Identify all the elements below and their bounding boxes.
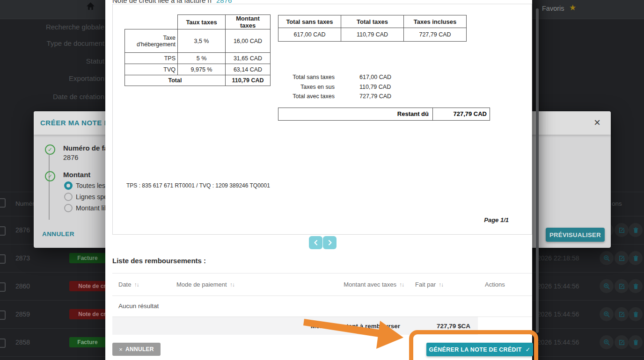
balance-due-value: 727,79 CAD bbox=[433, 108, 490, 120]
created-timestamp: 2026 15:44:56 bbox=[537, 282, 579, 290]
summary-label: Taxes en sus bbox=[278, 84, 335, 90]
delete-icon[interactable] bbox=[629, 251, 643, 265]
page-indicator: Page 1/1 bbox=[484, 216, 509, 223]
tax-rate: 5 % bbox=[178, 53, 226, 64]
radio-label[interactable]: Montant lib bbox=[76, 204, 108, 212]
radio-lignes-specifiques[interactable] bbox=[64, 193, 73, 201]
next-page-button[interactable] bbox=[323, 236, 337, 249]
total-value: 617,00 CAD bbox=[278, 28, 341, 42]
row-checkbox[interactable] bbox=[0, 226, 6, 236]
tax-registration-numbers: TPS : 835 617 671 RT0001 / TVQ : 1209 38… bbox=[126, 182, 270, 189]
column-header-montant-avec-taxes[interactable]: Montant avec taxes↑↓ bbox=[338, 281, 404, 288]
tax-total-label: Total bbox=[125, 75, 226, 86]
totals-table: Total sans taxes Total taxes Taxes inclu… bbox=[278, 15, 467, 42]
document-number: 2873 bbox=[15, 254, 30, 262]
tax-label: Taxe d'hébergement bbox=[125, 29, 178, 53]
check-icon: ✓ bbox=[526, 346, 531, 353]
generer-note-credit-button[interactable]: GÉNÉRER LA NOTE DE CRÉDIT ✓ bbox=[426, 343, 533, 356]
column-header-mode-de-paiement[interactable]: Mode de paiement↑↓ bbox=[176, 281, 338, 288]
sort-icon[interactable]: ↑↓ bbox=[230, 281, 234, 288]
sort-icon[interactable]: ↑↓ bbox=[399, 281, 404, 288]
remaining-amount-label: Montant restant à rembourser bbox=[311, 323, 400, 330]
filter-exportation: Exportation bbox=[0, 74, 104, 82]
total-value: 110,79 CAD bbox=[341, 28, 404, 42]
balance-due-label: Restant dû bbox=[278, 108, 433, 120]
row-checkbox[interactable] bbox=[0, 282, 6, 292]
document-number: 2876 bbox=[15, 226, 30, 234]
row-checkbox[interactable] bbox=[0, 338, 6, 348]
favoris-label[interactable]: Favoris bbox=[542, 5, 564, 12]
refunds-heading: Liste des remboursements : bbox=[112, 257, 206, 265]
tax-rate: 3,5 % bbox=[178, 29, 226, 53]
remaining-amount-value: 727,79 $CA bbox=[437, 323, 470, 330]
filter-recherche-globale: Recherche globale bbox=[0, 23, 104, 31]
step2-label: Montant bbox=[63, 171, 90, 179]
chevron-left-icon bbox=[314, 240, 318, 245]
delete-icon[interactable] bbox=[629, 279, 643, 293]
document-number: 2859 bbox=[15, 310, 30, 318]
previous-page-button[interactable] bbox=[309, 236, 322, 249]
radio-montant-libre[interactable] bbox=[64, 204, 73, 212]
total-header: Taxes incluses bbox=[404, 15, 467, 28]
close-icon: × bbox=[119, 346, 123, 353]
radio-label[interactable]: Lignes spé bbox=[76, 193, 108, 201]
step1-label: Numéro de fac bbox=[63, 144, 112, 152]
edit-icon[interactable] bbox=[615, 335, 629, 349]
refunds-footer-row: Montant restant à rembourser 727,79 $CA bbox=[112, 317, 478, 335]
summary-value: 617,00 CAD bbox=[359, 74, 391, 80]
annuler-button[interactable]: × ANNULER bbox=[112, 343, 161, 356]
row-checkbox[interactable] bbox=[0, 310, 6, 320]
delete-icon[interactable] bbox=[629, 335, 643, 349]
refunds-table: Date↑↓ Mode de paiement↑↓ Montant avec t… bbox=[112, 273, 532, 335]
sort-icon[interactable]: ↑↓ bbox=[134, 281, 139, 288]
delete-icon[interactable] bbox=[629, 307, 643, 321]
view-icon[interactable] bbox=[600, 307, 614, 321]
tax-amount: 16,00 CAD bbox=[226, 29, 271, 53]
column-header-actions: ons bbox=[612, 200, 622, 207]
totals-summary: Total sans taxes617,00 CAD Taxes en sus1… bbox=[278, 72, 475, 101]
step1-value: 2876 bbox=[63, 154, 78, 161]
filter-date-de-creation: Date de création bbox=[0, 93, 104, 101]
column-header-date[interactable]: Date↑↓ bbox=[112, 281, 176, 288]
filter-type-de-document: Type de document bbox=[0, 39, 104, 47]
document-number: 2858 bbox=[15, 338, 30, 346]
edit-icon[interactable] bbox=[615, 251, 629, 265]
view-icon[interactable] bbox=[600, 279, 614, 293]
view-icon[interactable] bbox=[600, 251, 614, 265]
home-icon[interactable] bbox=[87, 2, 95, 10]
edit-icon[interactable] bbox=[615, 307, 629, 321]
view-icon[interactable] bbox=[600, 335, 614, 349]
radio-toutes-les-prestations[interactable] bbox=[64, 181, 73, 190]
tax-rate-header: Taux taxes bbox=[178, 15, 226, 29]
edit-icon[interactable] bbox=[615, 279, 629, 293]
tax-amount-header: Montant taxes bbox=[226, 15, 271, 29]
scrollbar-thumb[interactable] bbox=[536, 8, 539, 333]
tax-amount: 63,14 CAD bbox=[226, 64, 271, 75]
close-icon[interactable]: × bbox=[594, 116, 600, 129]
edit-icon[interactable] bbox=[615, 223, 629, 237]
cancel-link[interactable]: ANNULER bbox=[42, 230, 74, 238]
step2-check-icon: ✓ bbox=[45, 171, 55, 181]
tax-total-amount: 110,79 CAD bbox=[226, 75, 271, 86]
total-header: Total taxes bbox=[341, 15, 404, 28]
total-header: Total sans taxes bbox=[278, 15, 341, 28]
refunds-table-header: Date↑↓ Mode de paiement↑↓ Montant avec t… bbox=[112, 273, 532, 295]
balance-due-box: Restant dû 727,79 CAD bbox=[278, 108, 490, 121]
created-timestamp: 2026 15:44:56 bbox=[537, 338, 579, 346]
delete-icon[interactable] bbox=[629, 223, 643, 237]
step1-check-icon: ✓ bbox=[45, 144, 55, 155]
created-timestamp: 2026 22:18:58 bbox=[537, 254, 579, 262]
row-checkbox[interactable] bbox=[0, 254, 6, 264]
tax-breakdown-table: Taux taxes Montant taxes Taxe d'hébergem… bbox=[124, 14, 271, 86]
tax-rate: 9,975 % bbox=[178, 64, 226, 75]
select-all-checkbox[interactable] bbox=[0, 198, 6, 208]
star-icon[interactable]: ★ bbox=[569, 3, 576, 13]
column-header-fait-par[interactable]: Fait par↑↓ bbox=[404, 281, 479, 288]
previsualiser-button[interactable]: PRÉVISUALISER bbox=[546, 228, 605, 242]
column-header-numero[interactable]: Numér bbox=[15, 200, 35, 207]
step-connector-line bbox=[49, 154, 50, 220]
document-number: 2860 bbox=[15, 282, 30, 290]
sort-icon[interactable]: ↑↓ bbox=[439, 281, 443, 288]
empty-result-row: Aucun résultat bbox=[112, 295, 532, 317]
document-type-badge: Facture bbox=[69, 337, 106, 347]
